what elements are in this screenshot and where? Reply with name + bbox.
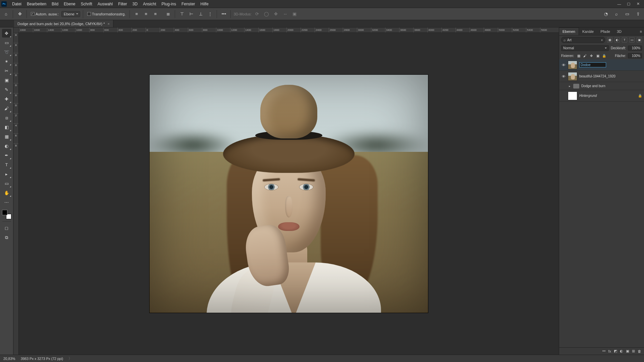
minimize-button[interactable]: — xyxy=(614,0,624,8)
layer-filter-type-dropdown[interactable]: Art▾ xyxy=(561,37,605,43)
gradient-tool[interactable]: ▦ xyxy=(2,132,11,141)
menu-bild[interactable]: Bild xyxy=(49,0,61,8)
menu-3d[interactable]: 3D xyxy=(130,0,140,8)
edit-toolbar[interactable]: ⋯ xyxy=(2,198,11,206)
fill-input[interactable]: 100% xyxy=(628,53,642,58)
align-middle-button[interactable]: ⊢ xyxy=(187,10,195,18)
filter-adjust-button[interactable]: ◐ xyxy=(614,37,620,43)
healing-tool[interactable]: ✚ xyxy=(2,95,11,103)
zoom-level[interactable]: 20,83% xyxy=(3,357,15,361)
layer-row[interactable]: 👁 xyxy=(559,59,644,71)
path-select-tool[interactable]: ▸ xyxy=(2,170,11,178)
align-center-h-button[interactable]: ≡ xyxy=(142,10,150,18)
align-bottom-button[interactable]: ⊥ xyxy=(197,10,205,18)
type-tool[interactable]: T xyxy=(2,160,11,169)
move-tool-indicator[interactable]: ✥ xyxy=(16,10,24,18)
panel-menu-button[interactable]: ≡ xyxy=(638,28,644,35)
canvas-image[interactable] xyxy=(150,75,428,313)
menu-ebene[interactable]: Ebene xyxy=(61,0,78,8)
eraser-tool[interactable]: ◧ xyxy=(2,123,11,131)
layer-thumbnail[interactable] xyxy=(568,61,577,69)
ruler-vertical[interactable]: 000000002468 xyxy=(13,33,19,355)
frame-tool[interactable]: ▣ xyxy=(2,76,11,84)
menu-schrift[interactable]: Schrift xyxy=(78,0,95,8)
tab-pfade[interactable]: Pfade xyxy=(597,28,613,35)
menu-hilfe[interactable]: Hilfe xyxy=(198,0,211,8)
layer-name[interactable]: beautiful-1844724_1920 xyxy=(579,74,642,78)
filter-pixel-button[interactable]: ▦ xyxy=(607,37,612,43)
menu-filter[interactable]: Filter xyxy=(115,0,130,8)
document-dimensions[interactable]: 3983 Px x 3273 Px (72 ppi) xyxy=(21,357,63,361)
align-top-button[interactable]: ⊤ xyxy=(178,10,186,18)
filter-shape-button[interactable]: ▭ xyxy=(629,37,635,43)
close-button[interactable]: ✕ xyxy=(633,0,643,8)
layer-fx-button[interactable]: fx xyxy=(608,349,611,353)
filter-type-button[interactable]: T xyxy=(622,37,627,43)
delete-layer-button[interactable]: 🗑 xyxy=(638,349,641,353)
ruler-horizontal[interactable]: 1800160014001200100080060040020002004006… xyxy=(19,27,559,33)
tab-ebenen[interactable]: Ebenen xyxy=(559,27,579,35)
layer-name[interactable]: Dodge and burn xyxy=(581,84,642,88)
layer-name[interactable]: Hintergrund xyxy=(579,94,636,98)
home-button[interactable]: ⌂ xyxy=(2,10,10,18)
lock-pixels-button[interactable]: 🖌 xyxy=(582,53,588,58)
menu-datei[interactable]: Datei xyxy=(9,0,24,8)
link-layers-button[interactable]: ⚯ xyxy=(602,349,605,353)
status-flyout-button[interactable]: 〉 xyxy=(68,356,72,361)
layer-row[interactable]: Hintergrund🔒 xyxy=(559,90,644,102)
layer-row[interactable]: 👁beautiful-1844724_1920 xyxy=(559,71,644,82)
lock-position-button[interactable]: ✥ xyxy=(589,53,594,58)
ruler-origin[interactable] xyxy=(13,27,19,33)
quick-select-tool[interactable]: ✶ xyxy=(2,57,11,66)
transform-controls-checkbox[interactable]: Transformationsstrg. xyxy=(86,12,127,16)
eyedropper-tool[interactable]: ✎ xyxy=(2,85,11,94)
auto-select-checkbox[interactable]: Autom. ausw.: xyxy=(30,12,60,16)
menu-ansicht[interactable]: Ansicht xyxy=(140,0,159,8)
viewport[interactable] xyxy=(19,33,559,355)
layer-thumbnail[interactable] xyxy=(568,72,577,81)
search-button[interactable]: ⌕ xyxy=(612,10,621,18)
menu-bearbeiten[interactable]: Bearbeiten xyxy=(24,0,49,8)
opacity-input[interactable]: 100% xyxy=(628,46,642,51)
menu-fenster[interactable]: Fenster xyxy=(179,0,198,8)
tab-kanaele[interactable]: Kanäle xyxy=(579,28,597,35)
maximize-button[interactable]: ▢ xyxy=(624,0,633,8)
brush-tool[interactable]: 🖌 xyxy=(2,104,11,113)
marquee-tool[interactable]: ▭ xyxy=(2,38,11,47)
lock-transparent-button[interactable]: ▦ xyxy=(576,53,581,58)
cloud-docs-button[interactable]: ◔ xyxy=(602,10,610,18)
auto-select-mode-dropdown[interactable]: Ebene xyxy=(61,11,80,17)
lock-artboard-button[interactable]: ▣ xyxy=(595,53,600,58)
new-layer-button[interactable]: ⊞ xyxy=(632,349,635,353)
filter-smart-button[interactable]: ▣ xyxy=(637,37,642,43)
stamp-tool[interactable]: ⧈ xyxy=(2,113,11,122)
adjustment-layer-button[interactable]: ◐ xyxy=(620,349,623,353)
visibility-toggle[interactable]: 👁 xyxy=(561,63,566,67)
crop-tool[interactable]: ✂ xyxy=(2,66,11,75)
align-right-button[interactable]: ≡ xyxy=(151,10,159,18)
expand-icon[interactable]: ▸ xyxy=(568,84,571,88)
document-tab[interactable]: Dodge and burn.psdc bei 20,8% (Dodge, CM… xyxy=(14,20,113,27)
align-left-button[interactable]: ≡ xyxy=(132,10,141,18)
visibility-toggle[interactable]: 👁 xyxy=(561,74,566,78)
foreground-swatch[interactable] xyxy=(2,210,7,215)
layer-thumbnail[interactable] xyxy=(568,92,577,100)
layer-mask-button[interactable]: ◩ xyxy=(614,349,617,353)
tab-3d[interactable]: 3D xyxy=(613,28,625,35)
pen-tool[interactable]: ✒ xyxy=(2,151,11,160)
quick-mask-button[interactable]: ◻ xyxy=(2,224,11,232)
share-button[interactable]: ⇪ xyxy=(634,10,642,18)
menu-auswahl[interactable]: Auswahl xyxy=(95,0,115,8)
move-tool[interactable]: ✥ xyxy=(2,29,11,38)
dodge-tool[interactable]: ◐ xyxy=(2,141,11,150)
close-icon[interactable]: × xyxy=(108,22,110,26)
screen-mode-button[interactable]: ⧉ xyxy=(2,233,11,242)
menu-plugins[interactable]: Plug-ins xyxy=(159,0,179,8)
layer-name-input[interactable] xyxy=(579,62,606,67)
group-button[interactable]: ▣ xyxy=(626,349,629,353)
color-swatches[interactable] xyxy=(2,210,11,219)
layer-row[interactable]: ▸Dodge and burn xyxy=(559,82,644,90)
hand-tool[interactable]: ✋ xyxy=(2,188,11,197)
lock-all-button[interactable]: 🔒 xyxy=(601,53,607,58)
blend-mode-dropdown[interactable]: Normal xyxy=(561,45,609,51)
